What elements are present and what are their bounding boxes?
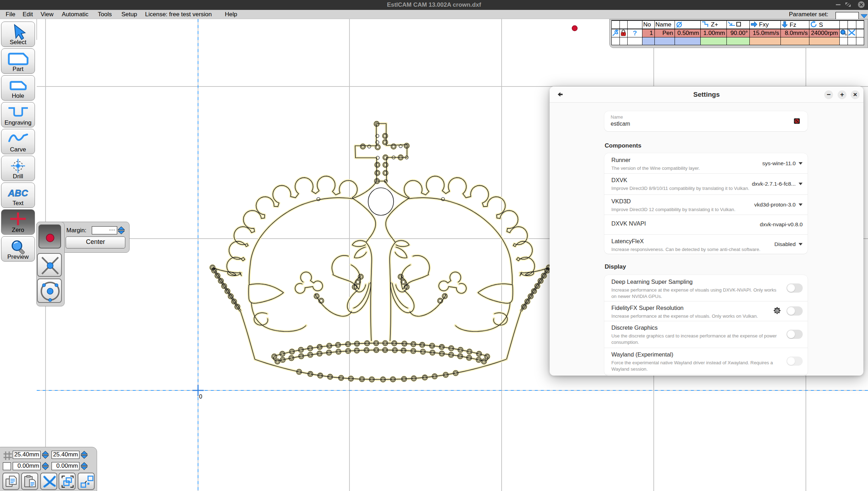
svg-text:0: 0 [199,394,202,400]
svg-text:ABC: ABC [8,188,29,198]
